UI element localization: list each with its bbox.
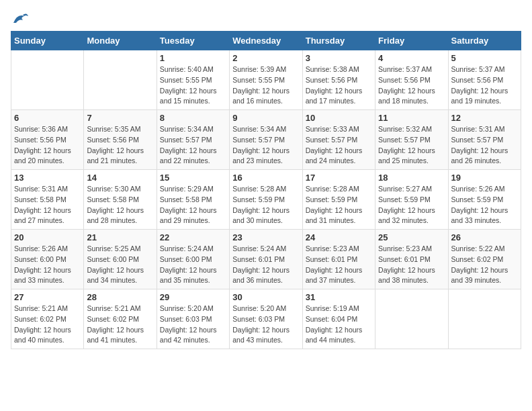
day-number: 24 xyxy=(306,232,372,242)
calendar-cell: 8Sunrise: 5:34 AM Sunset: 5:57 PM Daylig… xyxy=(157,110,229,170)
day-number: 4 xyxy=(378,53,445,63)
calendar-cell xyxy=(375,289,448,349)
calendar-week-row: 6Sunrise: 5:36 AM Sunset: 5:56 PM Daylig… xyxy=(11,110,521,170)
calendar-cell: 22Sunrise: 5:24 AM Sunset: 6:00 PM Dayli… xyxy=(157,230,229,289)
calendar-cell: 23Sunrise: 5:24 AM Sunset: 6:01 PM Dayli… xyxy=(230,230,302,289)
day-number: 22 xyxy=(160,232,226,242)
day-number: 6 xyxy=(14,113,81,123)
day-detail: Sunrise: 5:30 AM Sunset: 5:58 PM Dayligh… xyxy=(87,184,153,226)
day-detail: Sunrise: 5:24 AM Sunset: 6:00 PM Dayligh… xyxy=(160,244,226,286)
calendar-cell: 6Sunrise: 5:36 AM Sunset: 5:56 PM Daylig… xyxy=(11,110,84,170)
day-number: 20 xyxy=(14,232,81,242)
day-number: 31 xyxy=(306,292,372,302)
calendar-week-row: 1Sunrise: 5:40 AM Sunset: 5:55 PM Daylig… xyxy=(11,50,521,110)
day-number: 8 xyxy=(160,113,226,123)
day-detail: Sunrise: 5:22 AM Sunset: 6:02 PM Dayligh… xyxy=(451,244,518,286)
day-detail: Sunrise: 5:38 AM Sunset: 5:56 PM Dayligh… xyxy=(306,64,372,107)
day-number: 30 xyxy=(232,292,299,302)
day-detail: Sunrise: 5:34 AM Sunset: 5:57 PM Dayligh… xyxy=(160,124,226,167)
day-number: 13 xyxy=(14,173,81,183)
calendar-cell xyxy=(448,289,521,349)
calendar-cell: 13Sunrise: 5:31 AM Sunset: 5:58 PM Dayli… xyxy=(11,170,84,230)
calendar-cell: 15Sunrise: 5:29 AM Sunset: 5:58 PM Dayli… xyxy=(157,170,229,230)
calendar-cell: 5Sunrise: 5:37 AM Sunset: 5:56 PM Daylig… xyxy=(448,50,521,110)
header-day-thursday: Thursday xyxy=(302,32,375,50)
day-number: 1 xyxy=(160,53,226,63)
calendar-cell: 25Sunrise: 5:23 AM Sunset: 6:01 PM Dayli… xyxy=(375,230,448,289)
day-detail: Sunrise: 5:24 AM Sunset: 6:01 PM Dayligh… xyxy=(232,244,299,286)
day-detail: Sunrise: 5:39 AM Sunset: 5:55 PM Dayligh… xyxy=(232,64,299,107)
calendar-header-row: SundayMondayTuesdayWednesdayThursdayFrid… xyxy=(11,32,521,50)
day-number: 14 xyxy=(87,173,153,183)
header-day-saturday: Saturday xyxy=(448,32,521,50)
day-detail: Sunrise: 5:26 AM Sunset: 6:00 PM Dayligh… xyxy=(14,244,81,286)
header-day-sunday: Sunday xyxy=(11,32,84,50)
header-day-wednesday: Wednesday xyxy=(230,32,302,50)
day-detail: Sunrise: 5:27 AM Sunset: 5:59 PM Dayligh… xyxy=(378,184,445,226)
day-detail: Sunrise: 5:33 AM Sunset: 5:57 PM Dayligh… xyxy=(306,124,372,167)
day-detail: Sunrise: 5:25 AM Sunset: 6:00 PM Dayligh… xyxy=(87,244,153,286)
header-day-monday: Monday xyxy=(84,32,157,50)
calendar-cell: 3Sunrise: 5:38 AM Sunset: 5:56 PM Daylig… xyxy=(302,50,375,110)
calendar-cell: 12Sunrise: 5:31 AM Sunset: 5:57 PM Dayli… xyxy=(448,110,521,170)
day-number: 11 xyxy=(378,113,445,123)
calendar-cell: 10Sunrise: 5:33 AM Sunset: 5:57 PM Dayli… xyxy=(302,110,375,170)
calendar-cell: 19Sunrise: 5:26 AM Sunset: 5:59 PM Dayli… xyxy=(448,170,521,230)
day-number: 19 xyxy=(451,173,518,183)
calendar-cell: 18Sunrise: 5:27 AM Sunset: 5:59 PM Dayli… xyxy=(375,170,448,230)
header xyxy=(11,11,521,26)
calendar-cell: 16Sunrise: 5:28 AM Sunset: 5:59 PM Dayli… xyxy=(230,170,302,230)
calendar-cell: 17Sunrise: 5:28 AM Sunset: 5:59 PM Dayli… xyxy=(302,170,375,230)
day-detail: Sunrise: 5:23 AM Sunset: 6:01 PM Dayligh… xyxy=(306,244,372,286)
calendar-cell: 20Sunrise: 5:26 AM Sunset: 6:00 PM Dayli… xyxy=(11,230,84,289)
calendar-cell: 4Sunrise: 5:37 AM Sunset: 5:56 PM Daylig… xyxy=(375,50,448,110)
day-number: 7 xyxy=(87,113,153,123)
day-number: 23 xyxy=(232,232,299,242)
day-detail: Sunrise: 5:21 AM Sunset: 6:02 PM Dayligh… xyxy=(87,304,153,346)
day-number: 12 xyxy=(451,113,518,123)
calendar-week-row: 20Sunrise: 5:26 AM Sunset: 6:00 PM Dayli… xyxy=(11,230,521,289)
calendar-cell: 28Sunrise: 5:21 AM Sunset: 6:02 PM Dayli… xyxy=(84,289,157,349)
day-detail: Sunrise: 5:32 AM Sunset: 5:57 PM Dayligh… xyxy=(378,124,445,167)
day-detail: Sunrise: 5:37 AM Sunset: 5:56 PM Dayligh… xyxy=(378,64,445,107)
logo xyxy=(11,11,35,26)
day-detail: Sunrise: 5:40 AM Sunset: 5:55 PM Dayligh… xyxy=(160,64,226,107)
day-detail: Sunrise: 5:28 AM Sunset: 5:59 PM Dayligh… xyxy=(306,184,372,226)
day-detail: Sunrise: 5:36 AM Sunset: 5:56 PM Dayligh… xyxy=(14,124,81,167)
calendar-cell: 21Sunrise: 5:25 AM Sunset: 6:00 PM Dayli… xyxy=(84,230,157,289)
day-number: 15 xyxy=(160,173,226,183)
day-detail: Sunrise: 5:31 AM Sunset: 5:58 PM Dayligh… xyxy=(14,184,81,226)
day-detail: Sunrise: 5:34 AM Sunset: 5:57 PM Dayligh… xyxy=(232,124,299,167)
day-number: 21 xyxy=(87,232,153,242)
day-number: 2 xyxy=(232,53,299,63)
calendar-cell: 30Sunrise: 5:20 AM Sunset: 6:03 PM Dayli… xyxy=(230,289,302,349)
calendar-week-row: 27Sunrise: 5:21 AM Sunset: 6:02 PM Dayli… xyxy=(11,289,521,349)
calendar-cell xyxy=(84,50,157,110)
calendar-cell: 9Sunrise: 5:34 AM Sunset: 5:57 PM Daylig… xyxy=(230,110,302,170)
calendar-cell: 14Sunrise: 5:30 AM Sunset: 5:58 PM Dayli… xyxy=(84,170,157,230)
day-detail: Sunrise: 5:20 AM Sunset: 6:03 PM Dayligh… xyxy=(160,304,226,346)
day-detail: Sunrise: 5:31 AM Sunset: 5:57 PM Dayligh… xyxy=(451,124,518,167)
day-detail: Sunrise: 5:26 AM Sunset: 5:59 PM Dayligh… xyxy=(451,184,518,226)
calendar-cell: 7Sunrise: 5:35 AM Sunset: 5:56 PM Daylig… xyxy=(84,110,157,170)
calendar-cell: 31Sunrise: 5:19 AM Sunset: 6:04 PM Dayli… xyxy=(302,289,375,349)
calendar-cell: 29Sunrise: 5:20 AM Sunset: 6:03 PM Dayli… xyxy=(157,289,229,349)
header-day-friday: Friday xyxy=(375,32,448,50)
day-number: 27 xyxy=(14,292,81,302)
day-number: 9 xyxy=(232,113,299,123)
calendar-cell: 2Sunrise: 5:39 AM Sunset: 5:55 PM Daylig… xyxy=(230,50,302,110)
day-detail: Sunrise: 5:35 AM Sunset: 5:56 PM Dayligh… xyxy=(87,124,153,167)
calendar-cell xyxy=(11,50,84,110)
calendar-cell: 1Sunrise: 5:40 AM Sunset: 5:55 PM Daylig… xyxy=(157,50,229,110)
calendar-cell: 27Sunrise: 5:21 AM Sunset: 6:02 PM Dayli… xyxy=(11,289,84,349)
calendar-cell: 26Sunrise: 5:22 AM Sunset: 6:02 PM Dayli… xyxy=(448,230,521,289)
day-detail: Sunrise: 5:28 AM Sunset: 5:59 PM Dayligh… xyxy=(232,184,299,226)
day-number: 5 xyxy=(451,53,518,63)
day-detail: Sunrise: 5:21 AM Sunset: 6:02 PM Dayligh… xyxy=(14,304,81,346)
day-detail: Sunrise: 5:29 AM Sunset: 5:58 PM Dayligh… xyxy=(160,184,226,226)
calendar-cell: 11Sunrise: 5:32 AM Sunset: 5:57 PM Dayli… xyxy=(375,110,448,170)
calendar-cell: 24Sunrise: 5:23 AM Sunset: 6:01 PM Dayli… xyxy=(302,230,375,289)
logo-icon xyxy=(11,11,30,26)
calendar-week-row: 13Sunrise: 5:31 AM Sunset: 5:58 PM Dayli… xyxy=(11,170,521,230)
day-detail: Sunrise: 5:23 AM Sunset: 6:01 PM Dayligh… xyxy=(378,244,445,286)
